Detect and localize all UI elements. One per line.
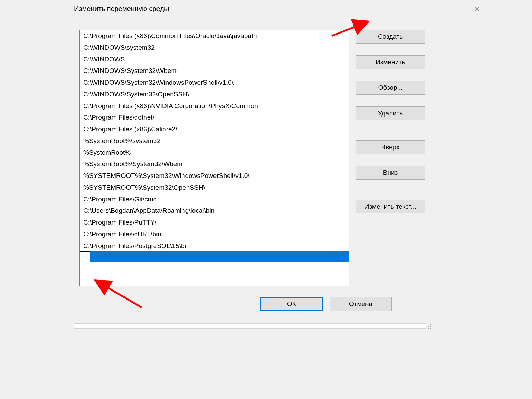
path-list-item[interactable]: C:\Program Files (x86)\NVIDIA Corporatio… (80, 100, 349, 112)
close-button[interactable] (468, 3, 486, 16)
edit-button[interactable]: Изменить (356, 55, 425, 69)
path-list-item[interactable]: C:\Program Files\PuTTY\ (80, 217, 349, 228)
path-list-item[interactable]: %SystemRoot% (80, 147, 349, 159)
path-list-item[interactable]: C:\WINDOWS\System32\OpenSSH\ (80, 88, 349, 100)
move-down-button[interactable]: Вниз (356, 166, 425, 180)
path-list-item[interactable]: C:\Program Files\PostgreSQL\15\bin (80, 240, 349, 252)
delete-button[interactable]: Удалить (356, 106, 425, 120)
path-list-item-editing[interactable] (80, 251, 349, 262)
move-up-button[interactable]: Вверх (356, 140, 425, 154)
path-list-item[interactable]: %SYSTEMROOT%\System32\OpenSSH\ (80, 182, 349, 193)
edit-environment-variable-dialog: Изменить переменную среды C:\Program Fil… (46, 0, 486, 330)
path-list-item[interactable]: C:\Program Files (x86)\Calibre2\ (80, 123, 349, 135)
path-list-item[interactable]: C:\Program Files (x86)\Common Files\Orac… (80, 30, 349, 42)
path-listbox[interactable]: C:\Program Files (x86)\Common Files\Orac… (79, 30, 349, 286)
path-list-item[interactable]: C:\WINDOWS\System32\Wbem (80, 65, 349, 77)
new-button[interactable]: Создать (356, 30, 425, 44)
path-list-item[interactable]: C:\Program Files\Git\cmd (80, 193, 349, 205)
browse-button[interactable]: Обзор... (356, 81, 425, 95)
cancel-button[interactable]: Отмена (330, 297, 392, 311)
ok-button[interactable]: ОК (260, 297, 323, 311)
path-list-item[interactable]: %SYSTEMROOT%\System32\WindowsPowerShell\… (80, 170, 349, 182)
path-list-item[interactable]: C:\WINDOWS\System32\WindowsPowerShell\v1… (80, 77, 349, 88)
path-list-item[interactable]: C:\Program Files\cURL\bin (80, 228, 349, 240)
path-list-item[interactable]: C:\Program Files\dotnet\ (80, 112, 349, 123)
edit-text-button[interactable]: Изменить текст... (356, 200, 425, 213)
path-list-item[interactable]: %SystemRoot%\system32 (80, 135, 349, 147)
status-strip (74, 323, 426, 329)
path-list-item[interactable]: C:\WINDOWS\system32 (80, 42, 349, 54)
path-list-item[interactable]: C:\WINDOWS (80, 54, 349, 65)
path-edit-input[interactable] (80, 251, 90, 262)
path-list-item[interactable]: %SystemRoot%\System32\Wbem (80, 158, 349, 170)
dialog-title: Изменить переменную среды (74, 5, 169, 15)
path-list-item[interactable]: C:\Users\Bogdan\AppData\Roaming\local\bi… (80, 205, 349, 217)
resize-grip-icon[interactable] (426, 323, 432, 330)
close-icon (474, 5, 480, 14)
